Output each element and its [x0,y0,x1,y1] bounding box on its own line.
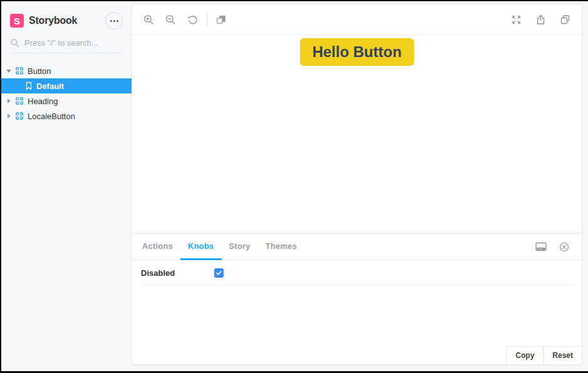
storybook-app-window: S Storybook [0,0,588,373]
sidebar: S Storybook [1,1,132,371]
tree-item-label: Default [36,81,64,91]
tab-knobs[interactable]: Knobs [180,234,221,260]
tree-item-label: LocaleButton [28,112,75,121]
tree-item-localebutton[interactable]: LocaleButton [1,108,132,123]
share-icon [535,14,546,25]
ellipsis-icon [110,20,118,22]
toolbar-divider [207,13,207,26]
storybook-logo-icon: S [10,14,24,28]
bookmark-icon [25,81,33,90]
tree-item-default-selected[interactable]: Default [1,78,132,93]
close-panel-icon [559,242,569,252]
tree-item-heading[interactable]: Heading [1,93,132,108]
component-icon [15,66,24,75]
knobs-footer-buttons: Copy Reset [506,346,582,364]
copy-button[interactable]: Copy [506,346,543,364]
tree-item-label: Button [28,66,51,76]
main-panel: Hello Button Actions Knobs Story Themes [132,4,582,365]
canvas-toolbar [132,4,582,35]
reset-zoom-button[interactable] [186,13,199,26]
stories-tree: Button Default Heading [1,63,132,123]
reset-button[interactable]: Reset [543,346,582,364]
change-background-button[interactable] [215,13,228,26]
knob-row-disabled: Disabled [141,260,573,286]
panel-position-icon [535,242,547,251]
shortcuts-menu-button[interactable] [105,12,123,29]
panel-position-button[interactable] [534,241,548,253]
brand-title: Storybook [29,15,77,26]
knob-label: Disabled [141,268,214,278]
disabled-checkbox[interactable] [214,268,224,278]
addon-tabbar: Actions Knobs Story Themes [132,234,582,260]
chevron-right-icon[interactable] [6,113,11,118]
component-icon [15,97,24,105]
share-button[interactable] [534,13,547,26]
hello-button-preview[interactable]: Hello Button [300,38,415,66]
zoom-in-button[interactable] [142,13,155,26]
component-icon [15,112,24,120]
close-panel-button[interactable] [558,241,570,253]
addon-panel: Actions Knobs Story Themes [132,233,582,364]
chevron-down-icon[interactable] [6,70,11,73]
tab-story[interactable]: Story [222,234,258,260]
story-canvas: Hello Button [132,35,582,233]
tab-themes[interactable]: Themes [258,234,304,260]
reset-zoom-icon [187,14,198,25]
chevron-right-icon[interactable] [6,98,11,103]
fullscreen-icon [511,14,522,25]
tab-actions[interactable]: Actions [135,234,180,260]
checkmark-icon [215,270,222,276]
open-in-new-tab-icon [560,14,570,25]
zoom-out-icon [165,14,176,25]
search-input[interactable] [24,38,118,48]
zoom-in-icon [143,14,154,25]
open-in-new-tab-button[interactable] [559,13,572,26]
sidebar-header: S Storybook [1,1,132,29]
search-box[interactable] [10,38,123,53]
tree-item-label: Heading [28,97,58,106]
search-icon [10,38,19,48]
fullscreen-button[interactable] [510,13,523,26]
change-background-icon [216,14,227,25]
tree-item-button[interactable]: Button [1,63,132,78]
brand-link[interactable]: S Storybook [10,14,77,28]
zoom-out-button[interactable] [164,13,177,26]
